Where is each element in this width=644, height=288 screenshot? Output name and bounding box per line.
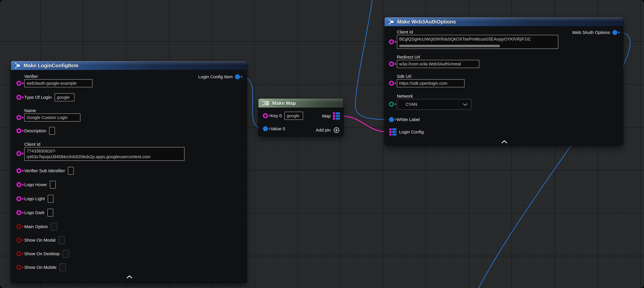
- client-id-input[interactable]: 774338308167- q463s7kpvja16l4l0kko3nb925…: [24, 147, 184, 161]
- node-header-make-web3authoptions[interactable]: Make Web3AuthOptions: [384, 17, 623, 26]
- logo-light-input[interactable]: [48, 195, 54, 203]
- field-row-main-option: Main Option: [16, 223, 57, 231]
- field-label: Verifier: [24, 74, 92, 79]
- description-input[interactable]: [49, 127, 55, 135]
- field-row-verifier: Verifier web3auth-google-example: [16, 74, 92, 87]
- field-row-network: Network CYAN: [389, 93, 472, 110]
- node-make-loginconfigitem[interactable]: Make LoginConfigItem Login Config Item V…: [11, 61, 247, 283]
- collapse-node-chevron-icon[interactable]: [501, 140, 508, 143]
- client-id-horizontal-scrollbar[interactable]: [399, 45, 500, 47]
- field-row-name: Name Google Custom Login: [16, 108, 80, 122]
- node-make-web3authoptions[interactable]: Make Web3AuthOptions Web 3Auth Options C…: [384, 17, 623, 146]
- make-struct-icon: [388, 19, 394, 25]
- show-on-desktop-checkbox[interactable]: [62, 250, 69, 258]
- field-row-sdk-url: Sdk Url https://sdk.openlogin.com: [389, 74, 464, 87]
- show-on-modal-checkbox[interactable]: [58, 236, 65, 244]
- field-label: Show On Modal: [24, 238, 56, 243]
- verifier-input[interactable]: web3auth-google-example: [24, 79, 92, 87]
- node-header-make-map[interactable]: Make Map: [258, 99, 343, 108]
- field-label: Name: [24, 108, 80, 113]
- field-row-value0: Value 0: [263, 126, 285, 131]
- field-label: Login Config: [399, 130, 424, 134]
- node-header-make-loginconfigitem[interactable]: Make LoginConfigItem: [11, 61, 247, 70]
- field-label: Sdk Url: [397, 74, 464, 79]
- map-output-label: Map: [322, 114, 331, 119]
- network-dropdown[interactable]: CYAN: [397, 99, 472, 110]
- logo-hover-pin[interactable]: [16, 182, 21, 187]
- field-label: Key 0: [270, 113, 282, 118]
- field-row-logo-light: Logo Light: [16, 195, 54, 203]
- main-option-pin[interactable]: [16, 224, 21, 229]
- field-label: Logo Light: [24, 196, 45, 201]
- chevron-down-icon: [463, 103, 468, 106]
- verifier-sub-identifier-pin[interactable]: [16, 168, 21, 173]
- field-label: Client Id: [397, 29, 558, 35]
- logo-dark-pin[interactable]: [16, 210, 21, 215]
- client-id-value: BEglQSgt4cUWcj6SKRdu5QkOXTsePmMcusG5EAoy…: [399, 36, 556, 42]
- field-row-client-id: Client Id BEglQSgt4cUWcj6SKRdu5QkOXTsePm…: [389, 29, 558, 49]
- wire-makemap-to-loginconfig[interactable]: [341, 116, 388, 132]
- redirect-url-pin[interactable]: [389, 62, 394, 67]
- field-label: Show On Mobile: [24, 265, 56, 270]
- output-row: Web 3Auth Options: [572, 30, 618, 35]
- login-config-item-output-pin[interactable]: [235, 74, 240, 79]
- field-label: Type Of Login: [24, 95, 52, 100]
- key0-pin[interactable]: [263, 113, 268, 118]
- blueprint-graph-canvas[interactable]: Make LoginConfigItem Login Config Item V…: [0, 0, 644, 288]
- client-id-pin[interactable]: [16, 151, 21, 156]
- client-id-input[interactable]: BEglQSgt4cUWcj6SKRdu5QkOXTsePmMcusG5EAoy…: [397, 35, 558, 49]
- field-row-white-label: White Label: [389, 117, 420, 122]
- main-option-checkbox[interactable]: [51, 223, 57, 231]
- field-label: Description: [24, 128, 46, 133]
- field-label: Network: [397, 93, 472, 99]
- add-pin-icon[interactable]: [333, 127, 340, 134]
- field-row-logo-dark: Logo Dark: [16, 209, 53, 217]
- show-on-desktop-pin[interactable]: [16, 251, 21, 256]
- show-on-mobile-checkbox[interactable]: [59, 263, 66, 271]
- name-pin[interactable]: [16, 115, 21, 120]
- name-input[interactable]: Google Custom Login: [24, 113, 80, 122]
- field-row-description: Description: [16, 127, 55, 135]
- value0-pin[interactable]: [263, 126, 268, 131]
- verifier-sub-identifier-input[interactable]: [68, 167, 74, 175]
- login-config-pin[interactable]: [390, 128, 396, 136]
- description-pin[interactable]: [16, 128, 21, 133]
- show-on-modal-pin[interactable]: [16, 238, 21, 243]
- field-label: White Label: [396, 117, 420, 122]
- add-pin-row: Add pin: [316, 127, 340, 134]
- logo-hover-input[interactable]: [50, 181, 56, 189]
- verifier-pin[interactable]: [16, 81, 21, 86]
- type-of-login-pin[interactable]: [16, 95, 21, 100]
- field-label: Client Id: [24, 142, 184, 147]
- field-row-login-config: Login Config: [390, 128, 424, 136]
- map-output-pin[interactable]: [333, 112, 340, 120]
- client-id-pin[interactable]: [389, 39, 394, 44]
- field-label: Show On Desktop: [24, 251, 60, 256]
- web3auth-options-output-pin[interactable]: [612, 30, 618, 35]
- sdk-url-input[interactable]: https://sdk.openlogin.com: [397, 79, 464, 87]
- make-map-icon: [262, 100, 270, 106]
- field-label: Verifier Sub Identifier: [24, 168, 65, 173]
- field-label: Redirect Url: [397, 54, 479, 60]
- field-row-key0: Key 0 google: [263, 112, 303, 120]
- key0-input[interactable]: google: [284, 112, 303, 120]
- logo-dark-input[interactable]: [48, 209, 53, 217]
- field-row-show-on-mobile: Show On Mobile: [16, 263, 66, 271]
- sdk-url-pin[interactable]: [389, 81, 394, 86]
- node-make-map[interactable]: Make Map Key 0 google Map Value 0 Add pi…: [258, 99, 343, 136]
- node-title: Make LoginConfigItem: [24, 63, 78, 69]
- type-of-login-input[interactable]: google: [54, 93, 74, 101]
- redirect-url-input[interactable]: w3a://com.w3a.Web3AuthUnreal: [397, 60, 479, 68]
- white-label-pin[interactable]: [389, 117, 394, 122]
- show-on-mobile-pin[interactable]: [16, 265, 21, 270]
- collapse-node-chevron-icon[interactable]: [126, 275, 133, 278]
- field-label: Main Option: [24, 224, 48, 229]
- output-row: Login Config Item: [198, 74, 240, 79]
- logo-light-pin[interactable]: [16, 196, 21, 201]
- field-row-type-of-login: Type Of Login google: [16, 93, 74, 101]
- field-row-redirect-url: Redirect Url w3a://com.w3a.Web3AuthUnrea…: [389, 54, 479, 68]
- field-row-logo-hover: Logo Hover: [16, 181, 56, 189]
- field-label: Logo Dark: [24, 210, 44, 215]
- network-pin[interactable]: [389, 102, 394, 107]
- wire-top-to-whitelabel[interactable]: [355, 0, 388, 120]
